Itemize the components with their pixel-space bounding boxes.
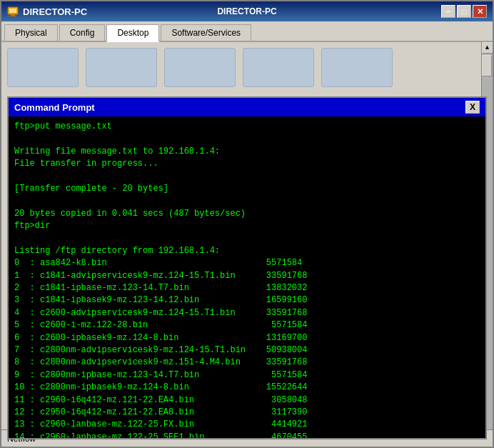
window-title: DIRECTOR-PC	[23, 6, 87, 17]
device-icon-4	[243, 48, 314, 87]
title-bar: DIRECTOR-PC DIRECTOR-PC − □ ✕	[1, 1, 493, 21]
device-icon-5	[321, 48, 393, 87]
device-icon-2	[86, 48, 157, 87]
tab-desktop[interactable]: Desktop	[106, 24, 159, 42]
device-icon-3	[164, 48, 236, 87]
close-button[interactable]: ✕	[473, 5, 487, 18]
app-icon	[7, 6, 19, 17]
maximize-button[interactable]: □	[457, 5, 471, 18]
device-icons-row	[7, 48, 487, 91]
cmd-close-button[interactable]: X	[465, 101, 480, 114]
cmd-title: Command Prompt	[14, 102, 95, 113]
title-bar-title: DIRECTOR-PC	[217, 6, 276, 16]
terminal-output: ftp>put message.txt Writing file message…	[14, 121, 480, 438]
tab-physical[interactable]: Physical	[4, 24, 58, 41]
command-prompt-window: Command Prompt X ftp>put message.txt Wri…	[7, 96, 487, 439]
tab-config[interactable]: Config	[59, 24, 106, 41]
window-controls[interactable]: − □ ✕	[441, 5, 487, 18]
cmd-title-bar: Command Prompt X	[9, 98, 485, 116]
scroll-up-button[interactable]: ▲	[482, 42, 493, 54]
svg-rect-1	[9, 9, 16, 13]
cmd-body[interactable]: ftp>put message.txt Writing file message…	[9, 116, 485, 438]
minimize-button[interactable]: −	[441, 5, 455, 18]
svg-rect-2	[11, 14, 15, 16]
tab-bar: Physical Config Desktop Software/Service…	[1, 21, 493, 42]
tab-software-services[interactable]: Software/Services	[161, 24, 251, 41]
main-content: Command Prompt X ftp>put message.txt Wri…	[1, 42, 493, 447]
scroll-thumb[interactable]	[482, 55, 492, 76]
svg-rect-3	[9, 16, 16, 16]
application-window: DIRECTOR-PC DIRECTOR-PC − □ ✕ Physical C…	[0, 0, 494, 448]
device-icon-1	[7, 48, 79, 87]
